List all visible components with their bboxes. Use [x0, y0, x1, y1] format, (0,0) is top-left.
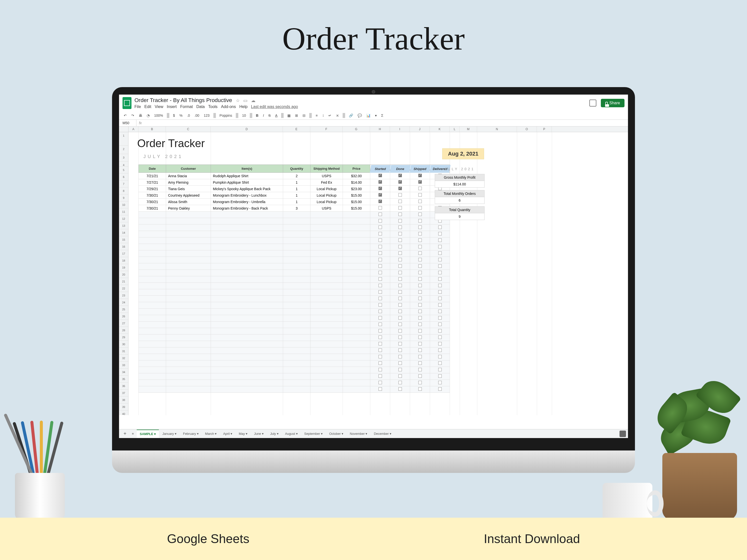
checkbox[interactable] [418, 232, 422, 236]
checkbox[interactable] [438, 258, 442, 261]
cell-done[interactable] [390, 205, 410, 212]
decrease-decimal-button[interactable]: .0 [186, 113, 191, 118]
checkbox[interactable] [398, 362, 402, 365]
checkbox[interactable] [438, 387, 442, 391]
col-header[interactable]: H [370, 127, 390, 132]
comment-history-icon[interactable] [589, 100, 596, 107]
row-header[interactable]: 13 [119, 222, 128, 229]
checkbox[interactable] [418, 180, 422, 184]
valign-button[interactable]: ⫶ [321, 113, 325, 118]
cell-customer[interactable]: Anna Stacia [166, 173, 211, 179]
checkbox[interactable] [418, 213, 422, 216]
cell-started[interactable] [370, 198, 390, 205]
checkbox[interactable] [379, 387, 382, 391]
checkbox[interactable] [438, 290, 442, 294]
checkbox[interactable] [398, 284, 402, 287]
checkbox[interactable] [418, 323, 422, 326]
cell-qty[interactable]: 1 [283, 192, 310, 198]
cell-price[interactable]: $15.00 [343, 192, 370, 198]
checkbox[interactable] [438, 225, 442, 229]
checkbox[interactable] [379, 206, 382, 210]
font-size-select[interactable]: 10 [241, 113, 247, 118]
cell-ship[interactable]: Local Pickup [310, 192, 343, 198]
cell-qty[interactable]: 1 [283, 179, 310, 186]
cell-date[interactable]: 7/30/21 [139, 192, 166, 198]
checkbox[interactable] [438, 251, 442, 255]
checkbox[interactable] [418, 342, 422, 345]
cell-customer[interactable]: Courtney Appleseed [166, 192, 211, 198]
cell-done[interactable] [390, 186, 410, 192]
halign-button[interactable]: ≡ [314, 113, 319, 118]
cell-started[interactable] [370, 205, 390, 212]
checkbox[interactable] [379, 232, 382, 236]
checkbox[interactable] [418, 219, 422, 222]
col-header[interactable]: A [128, 127, 138, 132]
doc-title[interactable]: Order Tracker - By All Things Productive [134, 97, 232, 104]
checkbox[interactable] [398, 374, 402, 378]
checkbox[interactable] [438, 374, 442, 378]
filter-button[interactable]: ▾ [374, 113, 378, 118]
checkbox[interactable] [398, 368, 402, 371]
cell-item[interactable]: Mickey's Spooky Applique Back Pack [211, 186, 283, 192]
checkbox[interactable] [379, 245, 382, 248]
sheet-tab-december[interactable]: December ▾ [371, 430, 394, 437]
explore-button[interactable] [619, 431, 626, 437]
menu-add-ons[interactable]: Add-ons [221, 105, 236, 109]
cell-date[interactable]: 7/30/21 [139, 198, 166, 205]
cell-date[interactable]: 7/27/21 [139, 179, 166, 186]
merge-button[interactable]: ⊟ [301, 113, 307, 118]
checkbox[interactable] [418, 206, 422, 210]
sheet-tab-june[interactable]: June ▾ [251, 430, 267, 437]
row-header[interactable]: 40 [119, 410, 128, 415]
col-header[interactable]: L [450, 127, 460, 132]
row-header[interactable]: 10 [119, 202, 128, 208]
checkbox[interactable] [418, 174, 422, 177]
checkbox[interactable] [438, 336, 442, 339]
checkbox[interactable] [398, 303, 402, 306]
checkbox[interactable] [398, 258, 402, 261]
checkbox[interactable] [379, 180, 382, 184]
fill-color-button[interactable]: ▦ [286, 113, 292, 118]
col-header[interactable]: I [390, 127, 410, 132]
share-button[interactable]: Share [601, 99, 624, 107]
sheet-tab-september[interactable]: September ▾ [301, 430, 326, 437]
checkbox[interactable] [418, 387, 422, 391]
row-header[interactable]: 39 [119, 403, 128, 410]
cell-qty[interactable]: 2 [283, 173, 310, 179]
cloud-icon[interactable]: ☁ [251, 98, 256, 103]
checkbox[interactable] [438, 238, 442, 242]
cell-item[interactable]: Monogram Embroidery - Back Pack [211, 205, 283, 212]
checkbox[interactable] [398, 381, 402, 384]
cell-done[interactable] [390, 192, 410, 198]
cell-shipped[interactable] [410, 192, 430, 198]
cell-done[interactable] [390, 198, 410, 205]
move-icon[interactable]: ▭ [243, 98, 248, 103]
borders-button[interactable]: ⊞ [294, 113, 299, 118]
checkbox[interactable] [398, 174, 402, 177]
checkbox[interactable] [418, 316, 422, 320]
cell-shipped[interactable] [410, 173, 430, 179]
menu-tools[interactable]: Tools [208, 105, 217, 109]
col-header[interactable]: O [517, 127, 537, 132]
menu-file[interactable]: File [134, 105, 141, 109]
checkbox[interactable] [418, 245, 422, 248]
row-header[interactable]: 27 [119, 320, 128, 327]
cell-item[interactable]: Monogram Embroidery - Umbrella [211, 198, 283, 205]
row-header[interactable]: 30 [119, 341, 128, 348]
checkbox[interactable] [398, 206, 402, 210]
col-header[interactable]: D [211, 127, 283, 132]
row-header[interactable]: 19 [119, 264, 128, 271]
checkbox[interactable] [438, 362, 442, 365]
checkbox[interactable] [379, 187, 382, 190]
checkbox[interactable] [398, 323, 402, 326]
checkbox[interactable] [438, 303, 442, 306]
row-header[interactable]: 5 [119, 166, 128, 174]
checkbox[interactable] [438, 232, 442, 236]
checkbox[interactable] [379, 329, 382, 332]
row-header[interactable]: 14 [119, 229, 128, 236]
cell-qty[interactable]: 3 [283, 205, 310, 212]
row-header[interactable]: 23 [119, 292, 128, 299]
checkbox[interactable] [398, 193, 402, 196]
row-header[interactable]: 25 [119, 306, 128, 313]
checkbox[interactable] [398, 316, 402, 320]
